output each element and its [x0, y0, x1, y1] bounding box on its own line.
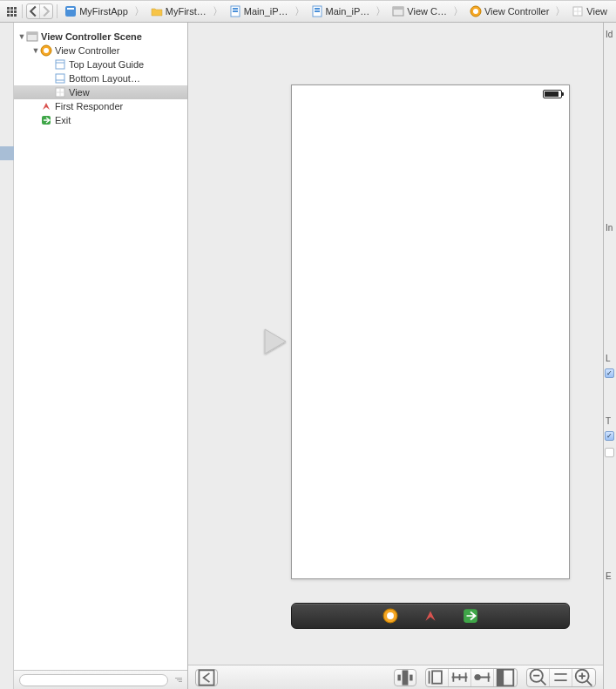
align-button[interactable] [394, 669, 416, 686]
layout-guide-icon [54, 72, 66, 84]
chevron-right-icon: 〉 [294, 4, 305, 19]
crumb-storyboard-2[interactable]: Main_iP… [308, 2, 374, 21]
outline-row-bottom-layout[interactable]: Bottom Layout… [14, 71, 187, 85]
nav-back-button[interactable] [27, 4, 40, 18]
layout-guide-icon [54, 58, 66, 71]
svg-rect-1 [67, 8, 74, 10]
crumb-label: Main_iP… [244, 6, 288, 17]
outline-row-exit[interactable]: Exit [14, 113, 187, 127]
exit-icon [40, 114, 52, 126]
svg-point-42 [475, 674, 481, 680]
svg-rect-33 [397, 674, 400, 680]
storyboard-canvas[interactable] [188, 23, 603, 689]
svg-rect-4 [233, 10, 238, 12]
crumb-label: View C… [407, 6, 447, 17]
crumb-label: MyFirstApp [79, 6, 128, 17]
svg-line-47 [541, 680, 545, 685]
scene-icon [392, 5, 404, 17]
dock-exit[interactable] [463, 608, 478, 624]
zoom-group [526, 668, 596, 687]
document-outline: ▼ View Controller Scene ▼ View Controlle… [14, 23, 188, 689]
disclosure-triangle-icon[interactable]: ▼ [31, 46, 40, 55]
outline-label: Bottom Layout… [69, 73, 140, 84]
inspector-section-label: T [606, 416, 611, 426]
crumb-view[interactable]: View [568, 2, 611, 21]
svg-rect-34 [410, 674, 412, 680]
svg-point-29 [387, 612, 394, 619]
pin-constraints-button[interactable] [449, 669, 471, 686]
crumb-folder[interactable]: MyFirst… [147, 2, 210, 21]
svg-rect-35 [432, 671, 442, 683]
resizing-button[interactable] [494, 669, 517, 686]
outline-label: First Responder [55, 101, 123, 111]
outline-label: View Controller [55, 45, 119, 56]
chevron-right-icon: 〉 [376, 4, 386, 19]
svg-rect-7 [315, 10, 320, 12]
viewcontroller-icon [40, 44, 52, 57]
svg-rect-0 [65, 6, 76, 17]
toggle-outline-button[interactable] [195, 669, 218, 686]
svg-rect-19 [56, 60, 64, 69]
chevron-right-icon: 〉 [555, 4, 565, 19]
resolve-issues-button[interactable] [471, 669, 494, 686]
zoom-actual-button[interactable] [550, 669, 572, 686]
outline-label: View Controller Scene [41, 31, 142, 42]
dock-viewcontroller[interactable] [382, 608, 398, 624]
svg-rect-45 [498, 669, 504, 686]
svg-rect-32 [403, 670, 409, 685]
jump-bar: MyFirstApp 〉 MyFirst… 〉 Main_iP… 〉 Main_… [0, 0, 616, 23]
outline-filter-input[interactable] [19, 674, 168, 686]
resize-handle-icon[interactable] [173, 678, 182, 682]
chevron-right-icon: 〉 [134, 4, 145, 19]
dock-first-responder[interactable] [423, 608, 438, 624]
storyboard-icon [311, 5, 323, 17]
folder-icon [151, 5, 163, 17]
outline-row-scene[interactable]: ▼ View Controller Scene [14, 30, 187, 44]
inspector-section-label: L [606, 354, 611, 363]
device-view[interactable] [291, 84, 570, 579]
svg-point-11 [473, 9, 478, 14]
zoom-out-button[interactable] [527, 669, 550, 686]
align-constraints-button[interactable] [426, 669, 449, 686]
separator [22, 4, 23, 18]
gutter [0, 23, 14, 689]
outline-row-top-layout[interactable]: Top Layout Guide [14, 57, 187, 71]
crumb-project[interactable]: MyFirstApp [61, 2, 132, 21]
crumb-label: View Controller [484, 6, 549, 17]
inspector-checkbox[interactable]: ✓ [605, 431, 614, 441]
related-items-button[interactable] [5, 4, 18, 18]
view-icon [54, 86, 66, 98]
nav-back-forward [26, 3, 54, 19]
outline-footer [14, 670, 187, 689]
separator [57, 4, 58, 18]
crumb-label: Main_iP… [326, 6, 370, 17]
svg-rect-31 [199, 670, 213, 685]
zoom-in-button[interactable] [572, 669, 595, 686]
crumb-viewcontroller[interactable]: View Controller [466, 2, 552, 21]
scene-icon [26, 30, 38, 43]
chevron-right-icon: 〉 [213, 4, 223, 19]
inspector-panel: Id In L ✓ T ✓ E [603, 23, 616, 689]
app-icon [64, 5, 77, 17]
outline-row-first-responder[interactable]: First Responder [14, 99, 187, 113]
outline-tree[interactable]: ▼ View Controller Scene ▼ View Controlle… [14, 23, 187, 670]
viewcontroller-icon [470, 5, 482, 17]
outline-row-viewcontroller[interactable]: ▼ View Controller [14, 44, 187, 57]
chevron-right-icon: 〉 [453, 4, 464, 19]
main-area: ▼ View Controller Scene ▼ View Controlle… [0, 23, 616, 689]
svg-line-52 [587, 680, 592, 686]
canvas-toolbar [188, 665, 603, 689]
outline-label: Top Layout Guide [69, 59, 144, 70]
nav-forward-button[interactable] [40, 4, 53, 18]
svg-rect-6 [315, 8, 320, 10]
disclosure-triangle-icon[interactable]: ▼ [17, 32, 26, 41]
svg-rect-9 [393, 7, 403, 10]
inspector-checkbox[interactable] [605, 448, 614, 457]
crumb-scene[interactable]: View C… [389, 2, 450, 21]
inspector-checkbox[interactable]: ✓ [605, 368, 614, 378]
view-icon [572, 5, 584, 17]
outline-label: Exit [55, 115, 71, 125]
outline-row-view[interactable]: View [14, 85, 187, 99]
crumb-storyboard-1[interactable]: Main_iP… [226, 2, 292, 21]
outline-label: View [69, 87, 90, 98]
